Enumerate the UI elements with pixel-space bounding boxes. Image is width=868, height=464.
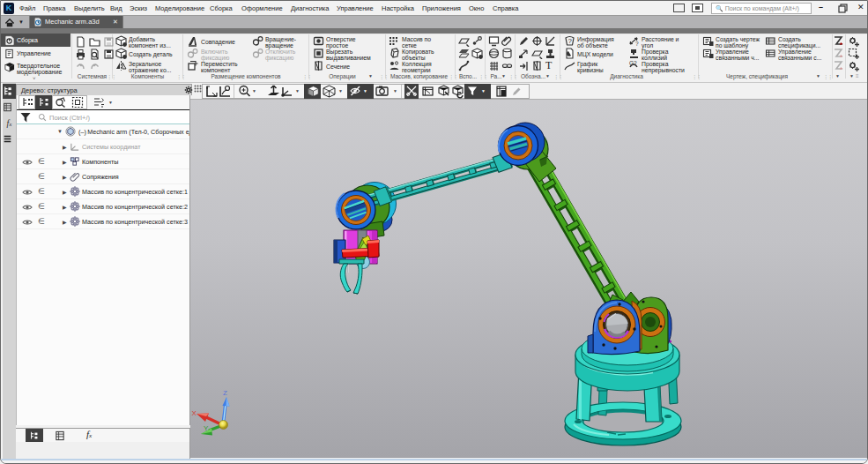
svg-text:X: X bbox=[192, 409, 197, 417]
svg-text:Y: Y bbox=[204, 424, 209, 432]
svg-text:Z: Z bbox=[223, 389, 227, 397]
